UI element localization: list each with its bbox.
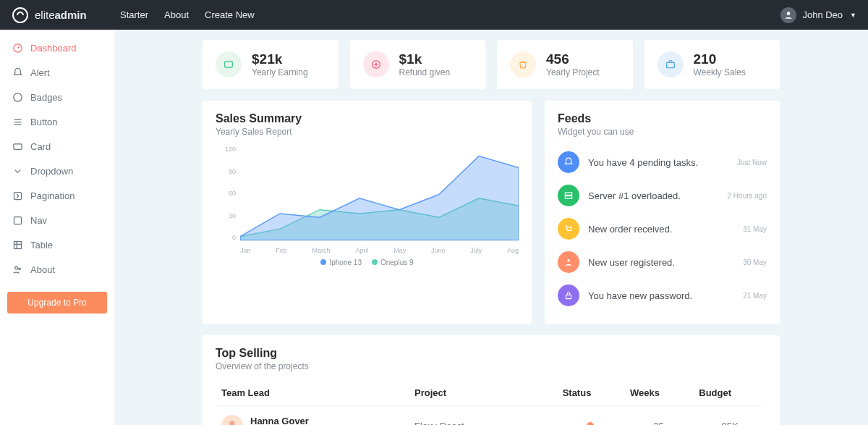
- topnav-starter[interactable]: Starter: [120, 9, 148, 20]
- sidebar-item-card[interactable]: Card: [0, 134, 114, 159]
- stat-card: 210Weekly Sales: [644, 40, 780, 89]
- th-project: Project: [409, 380, 557, 406]
- sidebar-item-label: Nav: [30, 215, 47, 226]
- feed-time: Just Now: [737, 159, 767, 167]
- th-status: Status: [557, 380, 624, 406]
- avatar: [221, 415, 243, 425]
- sidebar-item-label: Button: [30, 117, 58, 127]
- legend-item: Iphone 13: [320, 258, 362, 266]
- svg-point-17: [229, 421, 234, 425]
- feed-time: 31 May: [743, 225, 767, 233]
- feed-item[interactable]: You have new password.21 May: [558, 279, 767, 312]
- briefcase-icon: [658, 51, 684, 77]
- stat-card: 456Yearly Project: [497, 40, 633, 89]
- topnav-create-new[interactable]: Create New: [205, 9, 255, 20]
- stat-card: $1kRefund given: [350, 40, 486, 89]
- lock-icon: [558, 285, 579, 306]
- brand[interactable]: eliteadmin: [12, 7, 114, 24]
- feeds-title: Feeds: [558, 112, 767, 125]
- lead-name: Hanna Gover: [250, 416, 326, 426]
- bell-icon: [558, 151, 579, 173]
- sales-title: Sales Summary: [216, 112, 519, 125]
- sidebar-item-table[interactable]: Table: [0, 232, 114, 257]
- sidebar-item-label: Alert: [30, 67, 50, 78]
- sidebar-item-label: Table: [30, 240, 53, 251]
- feed-text: Server #1 overloaded.: [588, 190, 719, 201]
- table-row[interactable]: Hanna Goverhgover@gmail.comFlexy React35…: [216, 406, 767, 426]
- stat-value: 210: [694, 51, 746, 67]
- stat-value: $1k: [399, 51, 451, 67]
- cell-project: Flexy React: [409, 406, 557, 426]
- feed-text: New order received.: [588, 224, 734, 235]
- chart-legend: Iphone 13Oneplus 9: [216, 258, 519, 266]
- sidebar-item-pagination[interactable]: Pagination: [0, 183, 114, 208]
- table-icon: [12, 239, 23, 251]
- feed-item[interactable]: You have 4 pending tasks.Just Now: [558, 146, 767, 179]
- user-name: John Deo: [802, 9, 843, 20]
- feeds-card: Feeds Widget you can use You have 4 pend…: [545, 101, 780, 324]
- sidebar-item-alert[interactable]: Alert: [0, 60, 114, 85]
- topbar: eliteadmin Starter About Create New John…: [0, 0, 868, 30]
- cell-status: [557, 406, 624, 426]
- svg-point-15: [567, 259, 570, 262]
- sidebar-item-badges[interactable]: Badges: [0, 85, 114, 109]
- upgrade-button[interactable]: Upgrade to Pro: [7, 292, 107, 314]
- stat-value: $21k: [252, 51, 308, 67]
- feeds-subtitle: Widget you can use: [558, 127, 767, 137]
- svg-rect-5: [14, 192, 21, 199]
- user-menu[interactable]: John Deo ▼: [780, 7, 856, 23]
- feed-item[interactable]: Server #1 overloaded.2 Hours ago: [558, 179, 767, 212]
- dropdown-icon: [12, 165, 23, 177]
- feed-time: 21 May: [743, 292, 767, 300]
- sidebar-item-label: About: [30, 264, 55, 275]
- stat-label: Yearly Earning: [252, 67, 308, 77]
- sidebar: DashboardAlertBadgesButtonCardDropdownPa…: [0, 30, 114, 425]
- cell-weeks: 35: [624, 406, 693, 426]
- sidebar-item-nav[interactable]: Nav: [0, 208, 114, 232]
- svg-point-3: [13, 93, 21, 101]
- stat-card: $21kYearly Earning: [203, 40, 339, 89]
- sidebar-item-label: Dashboard: [30, 43, 77, 54]
- sidebar-item-label: Dropdown: [30, 166, 73, 177]
- sidebar-item-button[interactable]: Button: [0, 109, 114, 134]
- legend-item: Oneplus 9: [372, 258, 414, 266]
- feed-item[interactable]: New order received.31 May: [558, 212, 767, 245]
- stat-label: Weekly Sales: [694, 67, 746, 77]
- chevron-down-icon: ▼: [850, 12, 856, 19]
- th-budget: Budget: [693, 380, 767, 406]
- nav-icon: [12, 214, 23, 226]
- refund-icon: [363, 51, 389, 77]
- main-content: $21kYearly Earning$1kRefund given456Year…: [114, 30, 868, 425]
- sidebar-item-label: Card: [30, 141, 51, 152]
- wallet-icon: [216, 51, 242, 77]
- feed-item[interactable]: New user registered.30 May: [558, 245, 767, 279]
- svg-rect-14: [565, 196, 571, 199]
- top-selling-title: Top Selling: [216, 347, 767, 360]
- svg-point-9: [18, 268, 20, 270]
- tag-icon: [12, 91, 23, 103]
- feed-text: You have new password.: [588, 290, 734, 301]
- sidebar-item-about[interactable]: About: [0, 257, 114, 282]
- feed-text: New user registered.: [588, 257, 734, 268]
- svg-point-0: [13, 8, 27, 22]
- feed-time: 30 May: [743, 258, 767, 266]
- stat-label: Yearly Project: [546, 67, 600, 77]
- user-avatar-icon: [780, 7, 796, 23]
- dashboard-icon: [12, 42, 23, 54]
- top-selling-card: Top Selling Overview of the projects Tea…: [203, 335, 780, 425]
- list-icon: [12, 116, 23, 127]
- stat-row: $21kYearly Earning$1kRefund given456Year…: [203, 40, 780, 89]
- svg-rect-7: [14, 241, 21, 248]
- bell-icon: [12, 67, 23, 78]
- sidebar-item-label: Badges: [30, 92, 62, 103]
- topnav-about[interactable]: About: [164, 9, 189, 20]
- top-nav: Starter About Create New: [120, 9, 255, 20]
- sidebar-item-dropdown[interactable]: Dropdown: [0, 159, 114, 183]
- bag-icon: [510, 51, 536, 77]
- feed-text: You have 4 pending tasks.: [588, 157, 728, 168]
- brand-name: eliteadmin: [35, 9, 87, 21]
- top-selling-subtitle: Overview of the projects: [216, 361, 767, 371]
- cart-icon: [558, 218, 579, 240]
- th-weeks: Weeks: [624, 380, 693, 406]
- sidebar-item-dashboard[interactable]: Dashboard: [0, 35, 114, 60]
